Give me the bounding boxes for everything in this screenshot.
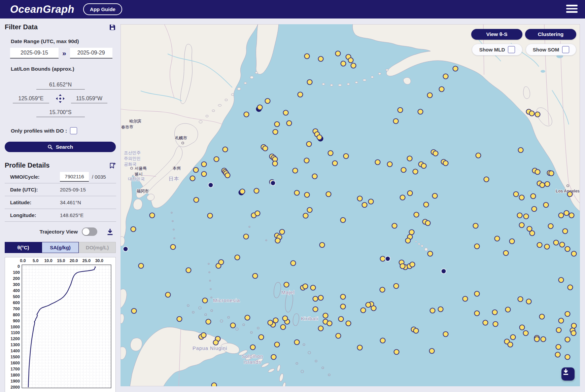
float-dot[interactable] — [259, 335, 264, 340]
float-dot[interactable] — [428, 251, 433, 256]
float-dot[interactable] — [408, 191, 413, 196]
selected-float-dot[interactable] — [385, 256, 390, 261]
float-dot[interactable] — [418, 109, 423, 114]
float-dot[interactable] — [559, 213, 564, 218]
float-dot[interactable] — [475, 291, 480, 296]
float-dot[interactable] — [295, 340, 300, 345]
float-dot[interactable] — [268, 320, 273, 325]
float-dot[interactable] — [560, 242, 565, 247]
float-dot[interactable] — [357, 345, 363, 350]
east-bound-input[interactable] — [71, 94, 107, 103]
float-dot[interactable] — [568, 285, 573, 290]
float-dot[interactable] — [380, 338, 385, 343]
float-dot[interactable] — [293, 168, 298, 173]
app-guide-button[interactable]: App Guide — [83, 3, 122, 15]
float-dot[interactable] — [394, 284, 399, 289]
float-dot[interactable] — [380, 287, 385, 292]
west-bound-input[interactable] — [13, 94, 49, 103]
float-dot[interactable] — [409, 230, 414, 235]
float-dot[interactable] — [535, 170, 540, 175]
float-dot[interactable] — [519, 195, 524, 200]
float-dot[interactable] — [484, 177, 489, 182]
float-dot[interactable] — [333, 161, 338, 166]
float-dot[interactable] — [317, 135, 322, 140]
float-dot[interactable] — [565, 312, 570, 317]
float-dot[interactable] — [508, 342, 513, 347]
map-canvas[interactable]: 哈尔滨市春市札幌市조선민주주의인민공화국서울특별시대한민국本州日本福冈市Micr… — [121, 24, 580, 386]
float-dot[interactable] — [439, 87, 444, 92]
float-dot[interactable] — [253, 274, 258, 279]
float-dot[interactable] — [291, 261, 296, 266]
float-dot[interactable] — [341, 304, 346, 309]
float-dot[interactable] — [541, 337, 546, 342]
float-dot[interactable] — [219, 260, 224, 265]
search-button[interactable]: Search — [5, 142, 116, 152]
float-dot[interactable] — [194, 168, 199, 173]
view-theta-s-button[interactable]: View θ-S — [471, 29, 522, 40]
float-dot[interactable] — [311, 285, 316, 290]
float-dot[interactable] — [554, 240, 559, 245]
float-dot[interactable] — [387, 162, 392, 167]
float-dot[interactable] — [275, 342, 280, 347]
float-dot[interactable] — [493, 322, 498, 327]
float-dot[interactable] — [307, 208, 312, 213]
float-dot[interactable] — [424, 202, 429, 207]
date-from-input[interactable] — [10, 48, 59, 59]
float-dot[interactable] — [556, 328, 561, 333]
float-dot[interactable] — [518, 297, 523, 302]
float-dot[interactable] — [545, 182, 550, 187]
float-dot[interactable] — [250, 345, 255, 350]
float-dot[interactable] — [273, 161, 278, 166]
float-dot[interactable] — [504, 251, 509, 256]
float-dot[interactable] — [336, 333, 341, 338]
float-dot[interactable] — [421, 164, 426, 169]
float-dot[interactable] — [171, 245, 176, 250]
menu-icon[interactable] — [566, 5, 578, 14]
float-dot[interactable] — [569, 213, 574, 218]
float-dot[interactable] — [414, 328, 419, 333]
float-dot[interactable] — [307, 142, 312, 147]
float-dot[interactable] — [131, 227, 136, 232]
float-dot[interactable] — [304, 158, 309, 163]
float-dot[interactable] — [326, 192, 331, 197]
float-dot[interactable] — [254, 188, 259, 193]
float-dot[interactable] — [318, 295, 323, 300]
float-dot[interactable] — [323, 313, 328, 318]
show-mld-toggle[interactable]: Show MLD — [472, 44, 522, 56]
float-dot[interactable] — [318, 57, 323, 62]
float-dot[interactable] — [567, 192, 573, 197]
float-dot[interactable] — [571, 331, 576, 336]
float-dot[interactable] — [341, 61, 346, 66]
float-dot[interactable] — [495, 236, 500, 241]
float-dot[interactable] — [559, 278, 564, 283]
float-dot[interactable] — [132, 309, 137, 314]
float-dot[interactable] — [530, 231, 535, 236]
float-dot[interactable] — [407, 156, 412, 161]
float-dot[interactable] — [410, 262, 415, 267]
float-dot[interactable] — [287, 121, 292, 126]
float-dot[interactable] — [202, 162, 207, 167]
float-dot[interactable] — [346, 321, 351, 326]
float-dot[interactable] — [544, 203, 549, 208]
float-dot[interactable] — [483, 320, 488, 325]
float-dot[interactable] — [202, 172, 207, 177]
float-dot[interactable] — [225, 173, 230, 178]
float-dot[interactable] — [548, 224, 553, 229]
float-dot[interactable] — [339, 317, 344, 322]
float-dot[interactable] — [341, 294, 346, 299]
float-dot[interactable] — [463, 296, 468, 301]
north-bound-input[interactable] — [36, 80, 85, 90]
float-dot[interactable] — [519, 223, 524, 228]
float-dot[interactable] — [400, 195, 405, 200]
float-dot[interactable] — [371, 306, 376, 311]
float-dot[interactable] — [244, 234, 249, 239]
float-dot[interactable] — [545, 244, 550, 249]
selected-float-dot[interactable] — [123, 247, 128, 252]
float-dot[interactable] — [523, 331, 528, 336]
float-dot[interactable] — [257, 105, 263, 110]
som-checkbox[interactable] — [562, 46, 569, 53]
float-dot[interactable] — [203, 298, 208, 303]
float-dot[interactable] — [281, 325, 286, 330]
date-to-input[interactable] — [70, 48, 112, 59]
float-dot[interactable] — [303, 284, 308, 289]
